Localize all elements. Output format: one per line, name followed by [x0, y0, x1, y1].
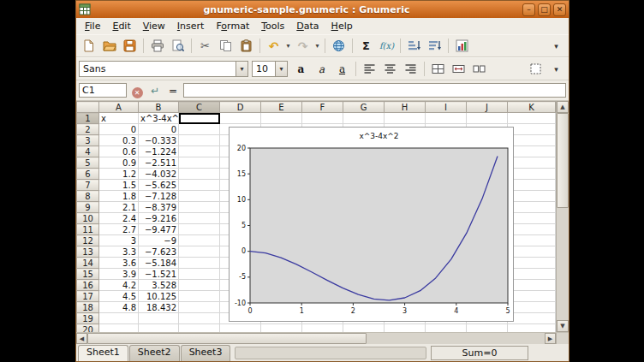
scroll-up-icon[interactable]: ▲ [557, 101, 569, 113]
cell-H20[interactable] [385, 324, 426, 333]
cell-A8[interactable]: 1.8 [99, 191, 139, 202]
split-button[interactable] [469, 60, 489, 79]
title-bar[interactable]: gnumeric-sample.gnumeric : Gnumeric –□✕ [76, 1, 569, 18]
column-header-E[interactable]: E [261, 102, 302, 113]
vertical-scroll-thumb[interactable] [557, 113, 569, 208]
cell-B4[interactable]: −1.224 [139, 146, 179, 157]
cell-K20[interactable] [508, 324, 556, 333]
cell-C20[interactable] [179, 324, 220, 333]
menu-format[interactable]: Format [210, 19, 255, 33]
cell-F1[interactable] [302, 113, 343, 124]
row-header-15[interactable]: 15 [77, 269, 99, 280]
menu-data[interactable]: Data [290, 19, 325, 33]
scroll-down-icon[interactable]: ▼ [557, 320, 569, 332]
align-left-button[interactable] [360, 60, 379, 79]
chevron-down-icon[interactable]: ▾ [236, 62, 247, 76]
cell-A14[interactable]: 3.6 [99, 258, 139, 269]
hyperlink-button[interactable] [329, 37, 349, 56]
row-header-14[interactable]: 14 [77, 258, 99, 269]
row-header-13[interactable]: 13 [77, 246, 99, 258]
cell-A12[interactable]: 3 [99, 235, 139, 246]
scroll-right-icon[interactable]: ▶ [545, 333, 556, 344]
column-header-G[interactable]: G [343, 102, 385, 113]
cell-A9[interactable]: 2.1 [99, 202, 139, 213]
cell-B13[interactable]: −7.623 [139, 246, 179, 258]
row-header-20[interactable]: 20 [77, 324, 99, 333]
embedded-chart[interactable]: -10-505101520012345x^3-4x^2 [229, 127, 514, 322]
chevron-button[interactable]: ▾ [546, 60, 566, 79]
cell-A13[interactable]: 3.3 [99, 246, 139, 258]
chevron-button[interactable]: ▾ [546, 37, 566, 56]
cell-C2[interactable] [179, 124, 220, 135]
cell-A4[interactable]: 0.6 [99, 146, 139, 157]
undo-button[interactable]: ↶ [264, 37, 283, 56]
chevron-down-icon[interactable]: ▾ [275, 62, 287, 76]
cell-B19[interactable] [139, 313, 179, 324]
italic-button[interactable]: a [312, 60, 331, 79]
cell-G20[interactable] [343, 324, 385, 333]
cell-grid[interactable]: ABCDEFGHIJK1xx^3-4x^220030.3−0.33340.6−1… [76, 101, 556, 332]
cell-C7[interactable] [179, 180, 220, 191]
font-name-combo[interactable]: Sans ▾ [79, 61, 248, 77]
cell-B1[interactable]: x^3-4x^2 [139, 113, 179, 124]
row-header-7[interactable]: 7 [77, 180, 99, 191]
cell-D20[interactable] [220, 324, 261, 333]
column-header-H[interactable]: H [385, 102, 426, 113]
cell-B12[interactable]: −9 [139, 235, 179, 246]
open-button[interactable] [99, 37, 119, 56]
save-button[interactable] [120, 37, 140, 56]
row-header-9[interactable]: 9 [77, 202, 99, 213]
cell-B17[interactable]: 10.125 [139, 291, 179, 302]
cell-J20[interactable] [467, 324, 508, 333]
row-header-17[interactable]: 17 [77, 291, 99, 302]
cell-E20[interactable] [261, 324, 302, 333]
row-header-12[interactable]: 12 [77, 235, 99, 246]
row-header-3[interactable]: 3 [77, 135, 99, 146]
cell-A10[interactable]: 2.4 [99, 213, 139, 224]
cell-A7[interactable]: 1.5 [99, 180, 139, 191]
minimize-button[interactable]: – [522, 3, 535, 16]
vertical-scrollbar[interactable]: ▲ ▼ [556, 101, 569, 332]
redo-button[interactable]: ↷ [293, 37, 313, 56]
row-header-16[interactable]: 16 [77, 280, 99, 291]
cell-K1[interactable] [508, 113, 556, 124]
cell-B7[interactable]: −5.625 [139, 180, 179, 191]
cell-C8[interactable] [179, 191, 220, 202]
cut-button[interactable]: ✂ [195, 37, 215, 56]
cell-A5[interactable]: 0.9 [99, 157, 139, 169]
menu-insert[interactable]: Insert [171, 19, 211, 33]
menu-view[interactable]: View [137, 19, 171, 33]
menu-help[interactable]: Help [325, 19, 359, 33]
cell-B10[interactable]: −9.216 [139, 213, 179, 224]
cell-I20[interactable] [426, 324, 467, 333]
cell-reference-box[interactable]: C1 [79, 83, 127, 98]
cell-C15[interactable] [179, 269, 220, 280]
cell-C19[interactable] [179, 313, 220, 324]
sort-desc-button[interactable] [425, 37, 444, 56]
cell-C16[interactable] [179, 280, 220, 291]
row-header-8[interactable]: 8 [77, 191, 99, 202]
cell-C9[interactable] [179, 202, 220, 213]
row-header-2[interactable]: 2 [77, 124, 99, 135]
dropdown-arrow-icon[interactable]: ▾ [284, 42, 292, 50]
cell-B3[interactable]: −0.333 [139, 135, 179, 146]
cell-B6[interactable]: −4.032 [139, 169, 179, 180]
cell-C3[interactable] [179, 135, 220, 146]
row-header-10[interactable]: 10 [77, 213, 99, 224]
cell-B5[interactable]: −2.511 [139, 157, 179, 169]
underline-button[interactable]: a [332, 60, 352, 79]
cancel-button[interactable]: ✕ [129, 82, 145, 98]
cell-B2[interactable]: 0 [139, 124, 179, 135]
cell-A6[interactable]: 1.2 [99, 169, 139, 180]
cell-B9[interactable]: −8.379 [139, 202, 179, 213]
cell-C4[interactable] [179, 146, 220, 157]
column-header-I[interactable]: I [426, 102, 467, 113]
formula-entry-field[interactable] [183, 83, 566, 98]
print-button[interactable] [147, 37, 167, 56]
cell-C14[interactable] [179, 258, 220, 269]
new-file-button[interactable] [79, 37, 98, 56]
preview-button[interactable] [168, 37, 188, 56]
close-button[interactable]: ✕ [553, 3, 566, 16]
select-all-corner[interactable] [77, 102, 99, 113]
scroll-left-icon[interactable]: ◀ [76, 333, 87, 344]
